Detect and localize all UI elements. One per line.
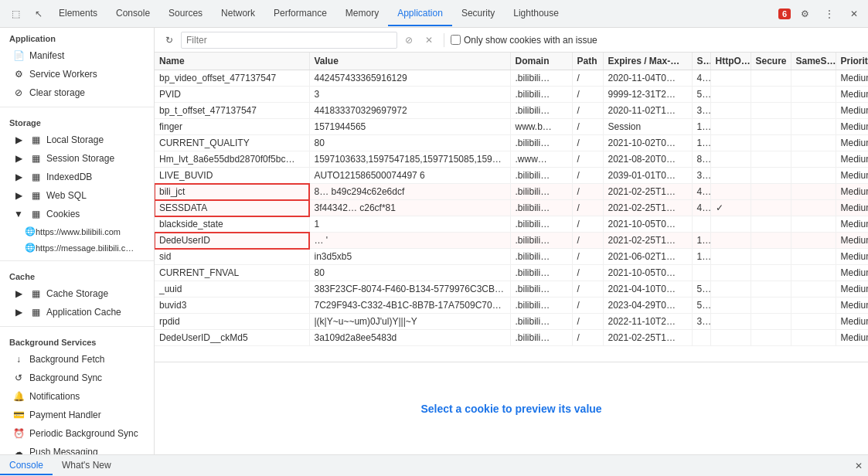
table-cell: / [572, 216, 603, 233]
table-cell: Medium [836, 184, 868, 200]
table-cell [751, 265, 791, 281]
cursor-icon[interactable]: ↖ [28, 3, 49, 25]
table-cell [751, 314, 791, 330]
indexeddb-icon: ▦ [29, 171, 42, 183]
table-cell [751, 281, 791, 298]
table-cell: 7C29F943-C332-4B1C-8B7B-17A7509C70C153… [309, 298, 510, 314]
table-cell: 1571944565 [309, 119, 510, 135]
table-row[interactable]: buvid37C29F943-C332-4B1C-8B7B-17A7509C70… [155, 298, 868, 314]
table-row[interactable]: LIVE_BUVIDAUTO121586500074497 6.bilibili… [155, 168, 868, 184]
table-row[interactable]: SESSDATA3f44342… c26cf*81.bilibili…/2021… [155, 200, 868, 216]
sidebar-item-session-storage[interactable]: ▶ ▦ Session Storage [0, 149, 154, 168]
table-row[interactable]: DedeUserID__ckMd53a109d2a8ee5483d.bilibi… [155, 330, 868, 346]
tab-security[interactable]: Security [452, 2, 504, 26]
col-header-sames: SameS… [791, 53, 836, 70]
sidebar-item-local-storage[interactable]: ▶ ▦ Local Storage [0, 131, 154, 149]
table-cell [751, 168, 791, 184]
table-cell: 1597103633,1597547185,1597715085,1597887… [309, 151, 510, 168]
table-cell: bp_video_offset_477137547 [155, 70, 309, 87]
table-row[interactable]: bp_video_offset_477137547442457433365916… [155, 70, 868, 87]
refresh-button[interactable]: ↻ [161, 32, 178, 49]
table-cell [710, 249, 751, 265]
table-cell: 1… [692, 233, 710, 249]
sidebar-item-bilibili-main[interactable]: 🌐 https://www.bilibili.com [0, 223, 154, 240]
table-cell: LIVE_BUVID [155, 168, 309, 184]
table-cell: Medium [836, 168, 868, 184]
table-cell: .bilibili… [510, 281, 572, 298]
main-area: Application 📄 Manifest ⚙ Service Workers… [0, 28, 868, 454]
table-cell [710, 184, 751, 200]
show-issues-checkbox-label[interactable]: Only show cookies with an issue [451, 35, 597, 46]
table-cell [710, 70, 751, 87]
table-cell: Session [603, 119, 692, 135]
tab-lighthouse[interactable]: Lighthouse [504, 2, 568, 26]
divider-2 [0, 260, 154, 261]
table-cell [791, 265, 836, 281]
table-row[interactable]: rpdid|(k|Y~u~~um)0J'ul)Y|||~Y.bilibili…/… [155, 314, 868, 330]
sidebar-item-manifest[interactable]: 📄 Manifest [0, 46, 154, 65]
devtools-icon[interactable]: ⬚ [5, 3, 26, 25]
tab-application[interactable]: Application [388, 2, 452, 26]
cookies-table-wrapper[interactable]: Name Value Domain Path Expires / Max-… S… [155, 53, 868, 362]
sidebar-item-push-messaging[interactable]: ☁ Push Messaging [0, 443, 154, 454]
clear-filter-icon[interactable]: ⊘ [400, 32, 417, 49]
col-header-priority: Priority [836, 53, 868, 70]
tab-network[interactable]: Network [212, 2, 264, 26]
table-row[interactable]: bili_jct8… b49c294c62e6dcf.bilibili…/202… [155, 184, 868, 200]
table-cell: Medium [836, 216, 868, 233]
sidebar-item-bilibili-msg[interactable]: 🌐 https://message.bilibili.c… [0, 240, 154, 256]
show-issues-checkbox[interactable] [451, 35, 461, 45]
table-row[interactable]: finger1571944565www.b…/Session1…Medium [155, 119, 868, 135]
table-cell [710, 168, 751, 184]
table-row[interactable]: CURRENT_QUALITY80.bilibili…/2021-10-02T0… [155, 135, 868, 151]
bottom-tab-console[interactable]: Console [0, 457, 53, 475]
sidebar-item-cookies[interactable]: ▼ ▦ Cookies [0, 205, 154, 223]
table-cell: 5… [692, 298, 710, 314]
globe-icon-2: 🌐 [25, 243, 36, 253]
sidebar-app-title: Application [0, 28, 154, 46]
sidebar-item-clear-storage[interactable]: ⊘ Clear storage [0, 83, 154, 102]
tab-memory[interactable]: Memory [336, 2, 388, 26]
close-bottom-panel-icon[interactable]: ✕ [849, 457, 868, 475]
sidebar-item-bg-sync[interactable]: ↺ Background Sync [0, 369, 154, 387]
table-row[interactable]: PVID3.bilibili…/9999-12-31T2…5…Medium [155, 87, 868, 103]
bottom-tab-whatsnew[interactable]: What's New [53, 457, 121, 475]
tab-performance[interactable]: Performance [264, 2, 336, 26]
close-devtools-icon[interactable]: ✕ [843, 3, 865, 25]
sidebar-item-payment-handler[interactable]: 💳 Payment Handler [0, 406, 154, 424]
table-cell: 2021-06-02T1… [603, 249, 692, 265]
table-row[interactable]: bp_t_offset_477137547441833370329697972.… [155, 103, 868, 119]
more-options-icon[interactable]: ⋮ [819, 3, 840, 25]
sidebar-item-websql[interactable]: ▶ ▦ Web SQL [0, 186, 154, 205]
table-row[interactable]: DedeUserID… '.bilibili…/2021-02-25T1…1…M… [155, 233, 868, 249]
table-cell: PVID [155, 87, 309, 103]
table-row[interactable]: sidin3d5xb5.bilibili…/2021-06-02T1…1…Med… [155, 249, 868, 265]
table-cell [751, 233, 791, 249]
sidebar-item-periodic-bg-sync[interactable]: ⏰ Periodic Background Sync [0, 424, 154, 443]
indexeddb-expand-icon: ▶ [12, 171, 25, 183]
table-row[interactable]: _uuid383F23CF-8074-F460-B134-5779976C3CB… [155, 281, 868, 298]
table-cell: / [572, 70, 603, 87]
globe-icon-1: 🌐 [25, 226, 36, 236]
tab-elements[interactable]: Elements [49, 2, 107, 26]
cookie-rows: bp_video_offset_477137547442457433365916… [155, 70, 868, 346]
sidebar-item-cache-storage[interactable]: ▶ ▦ Cache Storage [0, 284, 154, 303]
sidebar-item-notifications[interactable]: 🔔 Notifications [0, 387, 154, 406]
table-row[interactable]: CURRENT_FNVAL80.bilibili…/2021-10-05T0…M… [155, 265, 868, 281]
sidebar-item-service-workers[interactable]: ⚙ Service Workers [0, 65, 154, 83]
sidebar-item-indexeddb[interactable]: ▶ ▦ IndexedDB [0, 168, 154, 186]
sidebar-item-app-cache[interactable]: ▶ ▦ Application Cache [0, 303, 154, 321]
tab-sources[interactable]: Sources [159, 2, 212, 26]
settings-icon[interactable]: ⚙ [794, 3, 815, 25]
table-cell: .bilibili… [510, 168, 572, 184]
table-cell [710, 87, 751, 103]
tab-console[interactable]: Console [107, 2, 159, 26]
table-cell: 8… [692, 151, 710, 168]
sidebar-storage-title: Storage [0, 112, 154, 131]
table-cell [751, 70, 791, 87]
table-row[interactable]: Hm_lvt_8a6e55dbd2870f0f5bc…1597103633,15… [155, 151, 868, 168]
filter-input[interactable] [181, 32, 397, 49]
table-row[interactable]: blackside_state1.bilibili…/2021-10-05T0…… [155, 216, 868, 233]
delete-filter-icon[interactable]: ✕ [420, 32, 437, 49]
sidebar-item-bg-fetch[interactable]: ↓ Background Fetch [0, 350, 154, 369]
